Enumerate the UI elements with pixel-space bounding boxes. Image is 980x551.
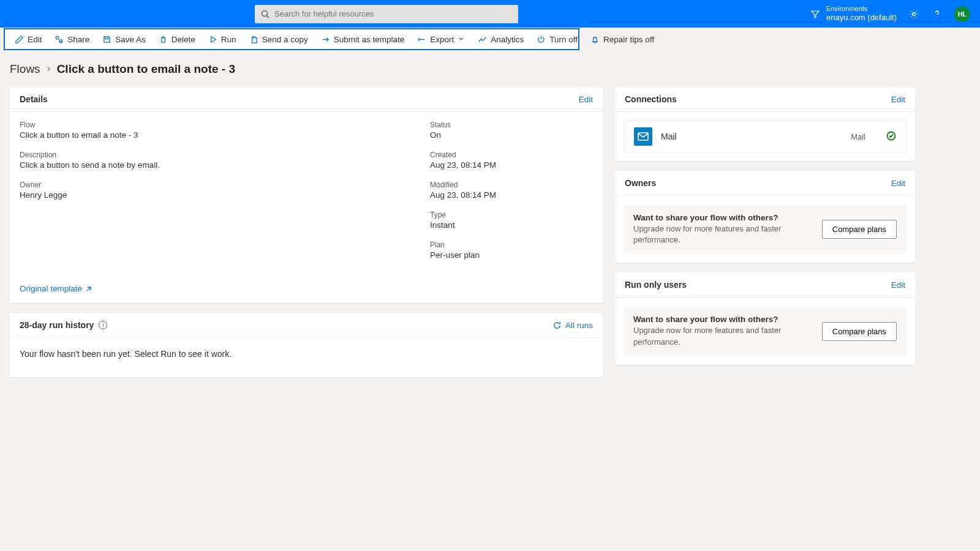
run-history-empty: Your flow hasn't been run yet. Select Ru… [10, 338, 603, 377]
connections-title: Connections [625, 94, 677, 104]
filter-icon [810, 9, 820, 19]
search-box[interactable] [255, 5, 518, 23]
promo-desc: Upgrade now for more features and faster… [633, 325, 810, 347]
original-template-link[interactable]: Original template [20, 284, 405, 293]
delete-icon [159, 35, 168, 44]
save-as-button[interactable]: Save As [97, 32, 151, 47]
connection-row[interactable]: Mail Mail [624, 121, 907, 152]
run-only-edit-link[interactable]: Edit [891, 280, 905, 290]
gear-icon [908, 9, 919, 20]
created-value: Aug 23, 08:14 PM [430, 160, 496, 170]
breadcrumb: Flows Click a button to email a note - 3 [0, 50, 980, 87]
connection-type: Mail [851, 132, 865, 141]
copy-icon [249, 35, 258, 44]
promo-title: Want to share your flow with others? [633, 315, 810, 324]
status-value: On [430, 130, 496, 140]
svg-point-4 [937, 16, 937, 17]
share-button[interactable]: Share [49, 32, 95, 47]
owners-promo: Want to share your flow with others? Upg… [624, 204, 907, 254]
run-only-promo: Want to share your flow with others? Upg… [624, 306, 907, 356]
flow-value: Click a button to email a note - 3 [20, 130, 405, 140]
run-only-users-card: Run only users Edit Want to share your f… [615, 272, 915, 364]
bell-icon [590, 35, 600, 44]
chart-icon [478, 35, 487, 44]
run-link[interactable]: Run [160, 349, 176, 359]
repair-tips-button[interactable]: Repair tips off [585, 32, 660, 47]
type-value: Instant [430, 220, 496, 230]
svg-rect-8 [252, 37, 257, 42]
info-icon[interactable]: i [99, 321, 107, 329]
details-title: Details [20, 94, 48, 104]
power-icon [537, 35, 546, 44]
send-copy-button[interactable]: Send a copy [244, 32, 314, 47]
created-label: Created [430, 151, 496, 159]
play-icon [208, 35, 217, 44]
breadcrumb-current: Click a button to email a note - 3 [57, 62, 235, 76]
export-button[interactable]: Export [412, 32, 470, 47]
connections-edit-link[interactable]: Edit [891, 95, 905, 104]
chevron-right-icon [45, 64, 52, 74]
run-history-title: 28-day run history [20, 320, 94, 330]
export-icon [417, 35, 426, 44]
promo-desc: Upgrade now for more features and faster… [633, 223, 810, 246]
description-value: Click a button to send a note by email. [20, 160, 405, 170]
external-link-icon [85, 285, 92, 293]
user-avatar[interactable]: HL [954, 6, 970, 22]
compare-plans-button[interactable]: Compare plans [822, 322, 897, 341]
search-icon [261, 10, 270, 18]
svg-point-6 [59, 39, 62, 42]
turn-off-button[interactable]: Turn off [531, 32, 583, 47]
submit-icon [321, 35, 330, 44]
mail-icon [634, 127, 652, 146]
chevron-down-icon [458, 35, 465, 44]
top-header: Environments enayu.com (default) HL [0, 0, 980, 28]
environment-picker[interactable]: Environments enayu.com (default) [810, 5, 897, 23]
svg-point-3 [913, 12, 916, 15]
plan-value: Per-user plan [430, 250, 496, 260]
svg-marker-7 [211, 36, 216, 42]
owners-edit-link[interactable]: Edit [891, 179, 905, 188]
plan-label: Plan [430, 241, 496, 249]
command-bar: Edit Share Save As Delete Run Send a cop… [4, 28, 579, 50]
share-icon [55, 35, 64, 44]
svg-marker-2 [812, 11, 819, 18]
description-label: Description [20, 151, 405, 159]
flow-label: Flow [20, 121, 405, 129]
all-runs-link[interactable]: All runs [552, 321, 593, 330]
run-history-card: 28-day run history i All runs Your flow … [10, 313, 603, 377]
submit-template-button[interactable]: Submit as template [315, 32, 410, 47]
modified-value: Aug 23, 08:14 PM [430, 190, 496, 200]
details-card: Details Edit FlowClick a button to email… [10, 87, 603, 303]
settings-button[interactable] [908, 8, 920, 20]
details-edit-link[interactable]: Edit [579, 95, 593, 104]
connections-card: Connections Edit Mail Mail [615, 87, 915, 161]
analytics-button[interactable]: Analytics [472, 32, 529, 47]
compare-plans-button[interactable]: Compare plans [822, 220, 897, 239]
svg-point-0 [262, 10, 268, 16]
delete-button[interactable]: Delete [153, 32, 201, 47]
check-icon [886, 131, 896, 143]
owners-card: Owners Edit Want to share your flow with… [615, 171, 915, 263]
env-label: Environments [826, 5, 897, 13]
svg-line-1 [267, 15, 270, 18]
connection-name: Mail [661, 132, 677, 141]
env-name: enayu.com (default) [826, 13, 897, 23]
run-only-title: Run only users [625, 280, 687, 290]
owner-label: Owner [20, 181, 405, 189]
status-label: Status [430, 121, 496, 129]
owners-title: Owners [625, 178, 656, 188]
help-button[interactable] [931, 8, 943, 20]
breadcrumb-root[interactable]: Flows [10, 62, 40, 76]
save-icon [102, 35, 111, 44]
edit-button[interactable]: Edit [9, 32, 47, 47]
search-input[interactable] [274, 9, 512, 18]
promo-title: Want to share your flow with others? [633, 213, 810, 222]
svg-point-5 [56, 36, 59, 39]
help-icon [932, 9, 943, 20]
run-button[interactable]: Run [203, 32, 242, 47]
edit-icon [15, 35, 24, 44]
modified-label: Modified [430, 181, 496, 189]
type-label: Type [430, 211, 496, 219]
owner-value: Henry Legge [20, 190, 405, 200]
refresh-icon [552, 321, 562, 330]
